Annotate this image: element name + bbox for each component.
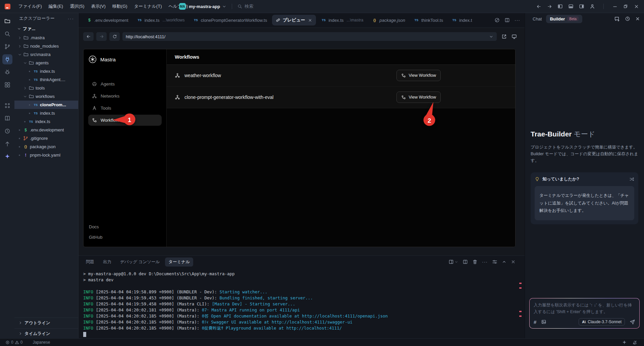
explorer-section-header[interactable]: ファ... [14,24,78,34]
history-forward-button[interactable] [544,1,554,11]
tree-file-agents-index[interactable]: TS index.ts [14,67,78,75]
language-indicator[interactable]: Japanese [33,340,50,345]
activity-docs[interactable] [2,113,12,123]
terminal-settings-icon[interactable] [492,259,497,265]
activity-search[interactable] [2,29,12,39]
tree-folder-node-modules[interactable]: node_modules [14,42,78,50]
maximize-panel-icon[interactable] [502,260,506,264]
tree-folder-agents[interactable]: agents [14,59,78,67]
menu-file[interactable]: ファイル(F) [15,0,45,13]
tree-file-clone-prompt[interactable]: TS cloneProm... [14,101,78,109]
toggle-left-sidebar-button[interactable] [555,1,565,11]
close-icon[interactable] [635,16,640,21]
toggle-bottom-panel-button[interactable] [566,1,576,11]
restore-button[interactable] [621,1,631,11]
more-actions-icon[interactable]: ··· [515,17,520,23]
project-switcher[interactable]: MA my-mastra-app 検索 [179,0,253,13]
workflow-row-clone-prompt[interactable]: clone-prompt-generator-workflow-with-eva… [167,86,515,108]
tree-folder-src-mastra[interactable]: src\mastra [14,50,78,59]
tab-debug-console[interactable]: デバッグ コンソール [117,257,163,267]
activity-source-control[interactable] [2,42,12,52]
activity-ai[interactable] [2,152,12,162]
tree-file-pnpm-lock[interactable]: ! pnpm-lock.yaml [14,151,78,159]
docs-link[interactable]: Docs [89,224,99,229]
terminal-output[interactable]: > my-mastra-app@1.0.0 dev D:\Documents\S… [78,268,525,337]
toggle-right-sidebar-button[interactable] [577,1,587,11]
tab-package-json[interactable]: {} package.json [368,13,410,27]
timeline-section[interactable]: タイムライン [14,328,78,339]
tab-index-workflows[interactable]: TS index.ts ...\workflows [133,13,189,27]
kill-terminal-icon[interactable] [472,259,478,265]
tab-clone-prompt-workflow[interactable]: TS clonePromptGeneratorWorkflow.ts [189,13,272,27]
nav-networks[interactable]: Networks [88,91,162,102]
activity-deploy[interactable] [2,139,12,149]
activity-extensions[interactable] [2,80,12,90]
history-icon[interactable] [625,16,630,21]
tab-terminal[interactable]: ターミナル [165,257,193,267]
new-chat-icon[interactable] [614,16,620,22]
tab-problems[interactable]: 問題 [83,257,98,267]
tree-file-think-agent[interactable]: TS thinkAgent.... [14,75,78,84]
attach-image-icon[interactable] [541,319,546,325]
close-panel-icon[interactable] [511,260,516,264]
more-actions-icon[interactable]: ··· [482,259,488,265]
tab-chat[interactable]: Chat [529,15,545,23]
github-link[interactable]: GitHub [89,235,102,240]
history-back-button[interactable] [534,1,544,11]
run-preview-icon[interactable] [494,17,500,23]
tab-preview[interactable]: プレビュー [272,15,316,25]
activity-apps[interactable] [2,101,12,111]
tree-file-gitignore[interactable]: .gitignore [14,134,78,142]
nav-agents[interactable]: Agents [88,78,162,90]
close-window-button[interactable] [631,1,641,11]
tree-file-src-index[interactable]: TS index.ts [14,117,78,126]
minimize-button[interactable] [610,1,620,11]
tab-output[interactable]: 出力 [100,257,115,267]
chat-input-box[interactable]: 入力履歴を順次表示するには '↑ ↓' を、新しい行を挿入するには 'Shift… [529,298,640,329]
notifications-muted-icon[interactable] [632,340,637,345]
model-selector[interactable]: A\ Claude-3.7-Sonnet [579,318,625,326]
close-icon[interactable] [308,18,312,22]
open-external-icon[interactable] [501,34,507,39]
app-logo[interactable] [5,4,10,9]
tree-file-workflows-index[interactable]: TS index.ts [14,109,78,117]
workflow-row-weather[interactable]: weather-workflow View Workflow [167,65,515,86]
browser-forward-button[interactable] [96,32,107,41]
menu-terminal[interactable]: ターミナル(T) [131,0,165,13]
device-preview-icon[interactable] [512,34,517,39]
activity-history[interactable] [2,126,12,136]
account-button[interactable] [587,1,597,11]
tree-folder-mastra-hidden[interactable]: .mastra [14,34,78,42]
new-terminal-button[interactable] [448,259,458,265]
activity-explorer[interactable] [2,16,12,26]
tree-folder-workflows[interactable]: workflows [14,92,78,101]
activity-preview[interactable] [2,54,12,64]
tab-index-mastra[interactable]: TS index.ts ...\mastra [317,13,368,27]
tree-file-package-json[interactable]: {} package.json [14,142,78,151]
browser-back-button[interactable] [83,32,94,41]
shuffle-icon[interactable] [629,177,634,182]
sparkle-icon[interactable] [622,340,627,345]
tree-file-env[interactable]: $ .env.development [14,126,78,134]
tab-env-development[interactable]: $ .env.development [83,13,133,27]
browser-refresh-button[interactable] [109,32,120,41]
tab-index-clipped[interactable]: TS index.t [447,13,476,27]
split-terminal-icon[interactable] [463,259,468,265]
split-editor-icon[interactable] [504,17,510,23]
problems-status[interactable]: 0 0 [4,340,24,345]
more-actions-icon[interactable]: ··· [68,16,74,21]
tree-folder-tools[interactable]: tools [14,84,78,92]
menu-go[interactable]: 移動(G) [109,0,131,13]
context-hash-button[interactable]: # [534,319,536,325]
global-search[interactable]: 検索 [237,3,253,9]
view-workflow-button[interactable]: View Workflow [396,70,441,81]
menu-view[interactable]: 表示(V) [88,0,109,13]
menu-selection[interactable]: 選択(S) [66,0,88,13]
send-icon[interactable] [630,319,635,325]
chevron-down-icon[interactable] [489,35,493,39]
activity-debug[interactable] [2,67,12,77]
menu-edit[interactable]: 編集(E) [45,0,66,13]
tab-think-tool[interactable]: TS thinkTool.ts [410,13,447,27]
tab-builder[interactable]: Builder Beta [546,15,582,23]
outline-section[interactable]: アウトライン [14,318,78,328]
